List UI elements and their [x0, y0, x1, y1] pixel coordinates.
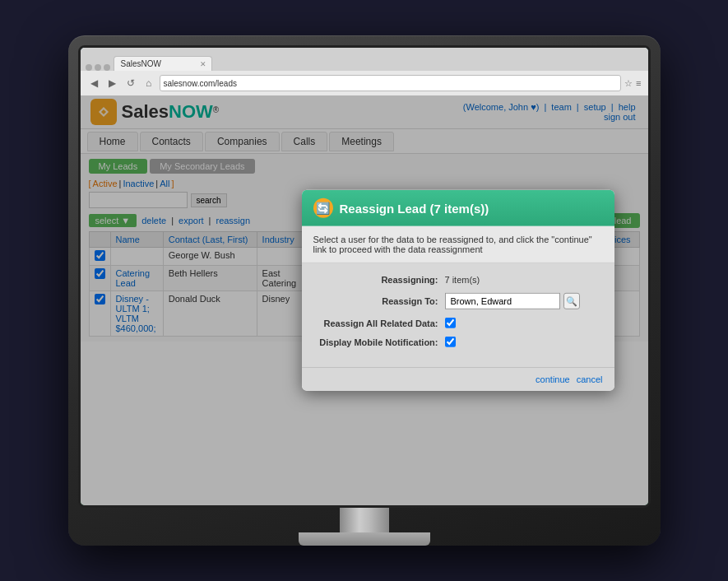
- reassign-to-row: Reassign To: 🔍: [313, 293, 603, 309]
- screen-bezel: SalesNOW ✕ ◀ ▶ ↺ ⌂ ☆ ≡: [78, 45, 651, 508]
- user-search-button[interactable]: 🔍: [563, 293, 580, 309]
- modal-body: Reassigning: 7 item(s) Reassign To: 🔍: [302, 263, 614, 367]
- reassign-related-label: Reassign All Related Data:: [313, 318, 445, 328]
- monitor-stand-neck: [340, 508, 389, 532]
- modal-title: Reassign Lead (7 item(s)): [340, 201, 489, 215]
- browser-chrome: SalesNOW ✕ ◀ ▶ ↺ ⌂ ☆ ≡: [81, 48, 648, 96]
- forward-button[interactable]: ▶: [105, 76, 120, 91]
- menu-icon[interactable]: ≡: [636, 78, 641, 89]
- reassign-related-row: Reassign All Related Data:: [313, 318, 603, 328]
- window-dot-3: [104, 64, 110, 71]
- cancel-link[interactable]: cancel: [577, 374, 603, 384]
- browser-window-controls: [86, 64, 110, 71]
- display-mobile-label: Display Mobile Notification:: [313, 337, 445, 346]
- window-dot-2: [95, 64, 101, 71]
- continue-link[interactable]: continue: [536, 374, 570, 384]
- home-button[interactable]: ⌂: [141, 76, 156, 91]
- modal-icon: 🔄: [313, 198, 333, 218]
- modal-header: 🔄 Reassign Lead (7 item(s)): [302, 190, 614, 226]
- star-icon[interactable]: ☆: [624, 78, 633, 89]
- browser-toolbar-icons: ☆ ≡: [624, 78, 641, 89]
- reassigning-row: Reassigning: 7 item(s): [313, 275, 603, 285]
- back-button[interactable]: ◀: [87, 76, 102, 91]
- reassign-to-input[interactable]: [445, 293, 560, 309]
- reassign-related-checkbox[interactable]: [445, 318, 456, 328]
- reassign-to-input-container: 🔍: [445, 293, 580, 309]
- modal-subtitle: Select a user for the data to be reassig…: [302, 226, 614, 263]
- tab-close-icon[interactable]: ✕: [200, 60, 206, 68]
- browser-tabs-bar: SalesNOW ✕: [81, 48, 648, 71]
- refresh-button[interactable]: ↺: [123, 76, 138, 91]
- window-dot-1: [86, 64, 92, 71]
- reassigning-value: 7 item(s): [445, 275, 480, 285]
- screen-content: SalesNOW ✕ ◀ ▶ ↺ ⌂ ☆ ≡: [81, 48, 648, 505]
- browser-tab-active[interactable]: SalesNOW ✕: [114, 56, 212, 71]
- modal-footer: continue cancel: [302, 367, 614, 391]
- address-bar[interactable]: [160, 75, 622, 91]
- monitor-stand-base: [299, 532, 430, 546]
- tab-label: SalesNOW: [121, 59, 161, 68]
- monitor: SalesNOW ✕ ◀ ▶ ↺ ⌂ ☆ ≡: [68, 35, 661, 546]
- browser-toolbar: ◀ ▶ ↺ ⌂ ☆ ≡: [81, 71, 648, 95]
- modal-icon-symbol: 🔄: [316, 202, 330, 215]
- reassign-lead-modal: 🔄 Reassign Lead (7 item(s)) Select a use…: [302, 190, 614, 391]
- reassigning-label: Reassigning:: [313, 275, 445, 285]
- reassign-to-label: Reassign To:: [313, 296, 445, 306]
- display-mobile-checkbox[interactable]: [445, 337, 456, 347]
- app-content: SalesNOW® (Welcome, John ♥) | team | set…: [81, 95, 648, 505]
- display-mobile-row: Display Mobile Notification:: [313, 337, 603, 347]
